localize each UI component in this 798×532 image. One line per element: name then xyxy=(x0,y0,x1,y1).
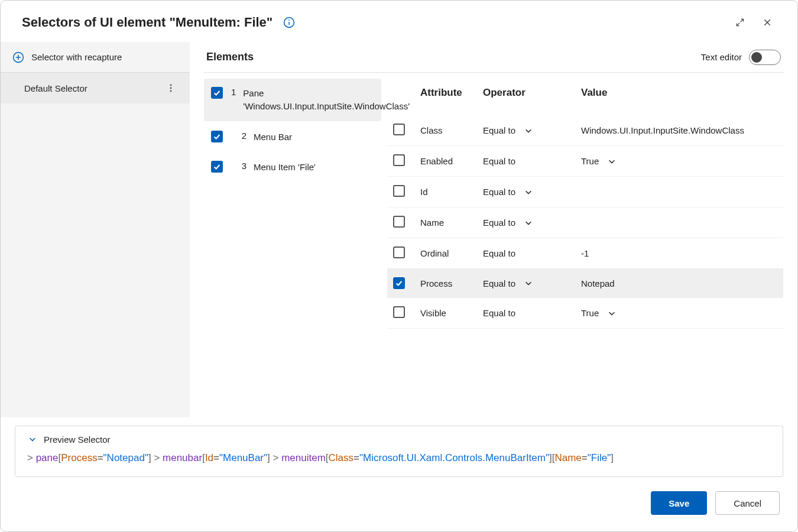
chevron-down-icon[interactable] xyxy=(524,188,533,196)
header-value: Value xyxy=(581,87,777,99)
preview-token: = xyxy=(213,452,219,463)
chevron-down-icon[interactable] xyxy=(524,126,533,135)
attributes-header-row: Attribute Operator Value xyxy=(387,79,783,115)
preview-token: Name xyxy=(554,452,581,463)
plus-circle-icon xyxy=(12,51,24,63)
attribute-operator[interactable]: Equal to xyxy=(483,308,578,318)
attribute-operator[interactable]: Equal to xyxy=(483,125,578,135)
chevron-down-icon[interactable] xyxy=(524,219,533,227)
preview-selector-box: Preview Selector > pane[Process="Notepad… xyxy=(15,426,783,477)
svg-point-9 xyxy=(170,87,172,89)
attribute-value[interactable]: True xyxy=(581,156,777,166)
attribute-name: Visible xyxy=(420,308,479,318)
attribute-operator[interactable]: Equal to xyxy=(483,248,578,258)
checkbox[interactable] xyxy=(393,277,405,289)
center-content: 1Pane 'Windows.UI.Input.InputSite.Window… xyxy=(204,73,783,417)
attribute-row[interactable]: ProcessEqual toNotepad xyxy=(387,269,783,298)
checkbox[interactable] xyxy=(393,216,405,228)
attribute-name: Id xyxy=(420,187,479,197)
elements-list: 1Pane 'Windows.UI.Input.InputSite.Window… xyxy=(204,79,387,417)
element-label: Pane 'Windows.UI.Input.InputSite.WindowC… xyxy=(243,87,410,113)
element-index: 3 xyxy=(231,161,246,171)
attribute-value[interactable]: -1 xyxy=(581,248,777,258)
attribute-row[interactable]: EnabledEqual toTrue xyxy=(387,146,783,177)
dialog-title: Selectors of UI element "MenuItem: File" xyxy=(22,15,273,30)
info-icon[interactable] xyxy=(283,17,295,28)
chevron-down-icon xyxy=(27,435,38,443)
element-label: Menu Item 'File' xyxy=(254,161,316,174)
selectors-dialog: Selectors of UI element "MenuItem: File" xyxy=(0,0,798,532)
checkbox[interactable] xyxy=(211,131,223,142)
checkbox[interactable] xyxy=(393,246,405,258)
center-header: Elements Text editor xyxy=(204,42,783,73)
preview-token: = xyxy=(582,452,588,463)
svg-point-2 xyxy=(288,20,290,21)
element-row[interactable]: 2Menu Bar xyxy=(204,122,381,152)
attribute-value[interactable]: Windows.UI.Input.InputSite.WindowClass xyxy=(581,125,777,135)
checkbox[interactable] xyxy=(393,185,405,197)
selector-with-recapture-button[interactable]: Selector with recapture xyxy=(1,42,190,73)
main-area: Selector with recapture Default Selector… xyxy=(1,42,797,417)
preview-token: Class xyxy=(329,452,354,463)
preview-token: menuitem xyxy=(281,452,326,463)
attribute-name: Name xyxy=(420,218,479,228)
checkbox[interactable] xyxy=(211,161,223,173)
attribute-row[interactable]: NameEqual to xyxy=(387,207,783,238)
more-vertical-icon[interactable] xyxy=(164,83,178,93)
texteditor-toggle[interactable] xyxy=(749,50,781,65)
attribute-operator[interactable]: Equal to xyxy=(483,218,578,228)
preview-body: > pane[Process="Notepad"] > menubar[Id="… xyxy=(27,450,771,466)
center-panel: Elements Text editor 1Pane 'Windows.UI.I… xyxy=(190,42,797,417)
preview-token: > xyxy=(27,452,36,463)
recapture-label: Selector with recapture xyxy=(31,52,122,62)
checkbox[interactable] xyxy=(393,306,405,318)
preview-token: pane xyxy=(36,452,59,463)
attribute-row[interactable]: VisibleEqual toTrue xyxy=(387,298,783,329)
attribute-operator[interactable]: Equal to xyxy=(483,187,578,197)
cancel-button[interactable]: Cancel xyxy=(715,491,780,515)
svg-point-10 xyxy=(170,90,172,92)
preview-token: > xyxy=(151,452,163,463)
checkbox[interactable] xyxy=(393,124,405,135)
attribute-name: Class xyxy=(420,125,479,135)
attribute-name: Enabled xyxy=(420,156,479,166)
header-attribute: Attribute xyxy=(420,87,479,99)
dialog-header: Selectors of UI element "MenuItem: File" xyxy=(1,1,797,42)
element-row[interactable]: 1Pane 'Windows.UI.Input.InputSite.Window… xyxy=(204,79,381,121)
dialog-footer: Save Cancel xyxy=(1,477,797,531)
attribute-value[interactable]: Notepad xyxy=(581,278,777,288)
element-row[interactable]: 3Menu Item 'File' xyxy=(204,153,381,182)
attribute-value[interactable]: True xyxy=(581,308,777,318)
attribute-row[interactable]: IdEqual to xyxy=(387,177,783,207)
element-index: 2 xyxy=(231,131,246,141)
chevron-down-icon[interactable] xyxy=(607,157,617,166)
attribute-operator[interactable]: Equal to xyxy=(483,278,578,288)
checkbox[interactable] xyxy=(211,87,223,99)
preview-token: Id xyxy=(205,452,213,463)
attribute-operator[interactable]: Equal to xyxy=(483,156,578,166)
sidebar: Selector with recapture Default Selector xyxy=(1,42,190,417)
preview-token: = xyxy=(98,452,103,463)
checkbox[interactable] xyxy=(393,154,405,166)
close-icon[interactable] xyxy=(758,14,776,31)
attribute-row[interactable]: OrdinalEqual to-1 xyxy=(387,238,783,269)
chevron-down-icon[interactable] xyxy=(524,279,533,287)
preview-token: "Microsoft.UI.Xaml.Controls.MenuBarItem" xyxy=(359,452,549,463)
expand-icon[interactable] xyxy=(731,14,749,31)
attribute-name: Process xyxy=(420,278,479,288)
elements-heading: Elements xyxy=(206,51,254,63)
chevron-down-icon[interactable] xyxy=(607,309,617,317)
dialog-body: Selector with recapture Default Selector… xyxy=(1,42,797,531)
preview-token: Process xyxy=(61,452,97,463)
preview-token: "MenuBar" xyxy=(219,452,267,463)
attribute-row[interactable]: ClassEqual toWindows.UI.Input.InputSite.… xyxy=(387,115,783,146)
preview-token: > xyxy=(270,452,281,463)
element-label: Menu Bar xyxy=(254,131,292,144)
preview-toggle[interactable]: Preview Selector xyxy=(27,434,771,445)
preview-token: "File" xyxy=(588,452,611,463)
preview-token: "Notepad" xyxy=(103,452,148,463)
save-button[interactable]: Save xyxy=(651,491,707,515)
preview-token: ] xyxy=(611,452,614,463)
element-index: 1 xyxy=(231,87,236,97)
sidebar-selector-item[interactable]: Default Selector xyxy=(1,73,190,103)
